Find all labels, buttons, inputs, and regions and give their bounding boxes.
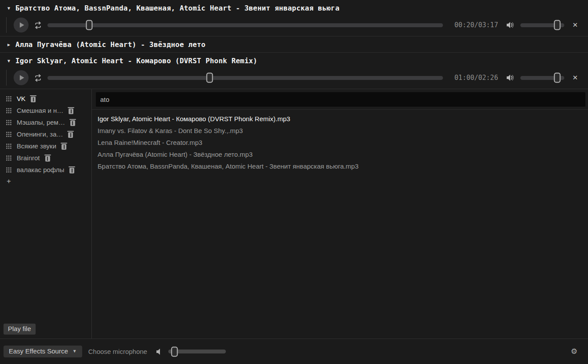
play-icon [20, 75, 24, 80]
muted-speaker-icon[interactable] [155, 348, 162, 356]
sidebar-tab-label[interactable]: Смешная и н… [17, 107, 63, 114]
sidebar-tab-label[interactable]: Опенинги, за… [17, 130, 63, 138]
chevron-down-icon: ▼ [73, 349, 77, 353]
volume-slider-handle[interactable] [554, 73, 561, 83]
add-tab-button[interactable]: + [0, 176, 91, 185]
player-2-header: ▶ Алла Пугачёва (Atomic Heart) - Звёздно… [0, 36, 588, 52]
time-display: 01:00/02:26 [454, 74, 498, 82]
volume-slider-handle[interactable] [554, 20, 561, 30]
drag-handle-icon[interactable] [6, 143, 11, 149]
bottom-bar: Easy Effects Source ▼ Choose microphone … [0, 339, 588, 364]
indent-guide [6, 70, 7, 86]
search-container [92, 89, 588, 110]
seek-slider-handle[interactable] [207, 73, 213, 83]
drag-handle-icon[interactable] [6, 108, 11, 113]
player-row-1: ▼ Братство Атома, BassnPanda, Квашеная, … [0, 0, 588, 36]
trash-icon[interactable] [70, 120, 75, 126]
file-list-item[interactable]: Igor Sklyar, Atomic Heart - Комарово (DV… [98, 113, 588, 125]
seek-slider[interactable] [47, 23, 443, 27]
output-device-label: Easy Effects Source [9, 347, 68, 355]
sidebar-tab-sounds[interactable]: Всякие звуки [0, 140, 91, 152]
trash-icon[interactable] [31, 97, 36, 102]
player-1-header: ▼ Братство Атома, BassnPanda, Квашеная, … [0, 0, 588, 16]
player-3-title: Igor Sklyar, Atomic Heart - Комарово (DV… [15, 57, 258, 65]
drag-handle-icon[interactable] [6, 96, 11, 101]
close-icon[interactable]: ✕ [571, 74, 579, 82]
repeat-icon[interactable] [34, 74, 42, 82]
choose-microphone-button[interactable]: Choose microphone [88, 348, 147, 355]
drag-handle-icon[interactable] [6, 131, 11, 137]
volume-icon[interactable] [506, 74, 515, 82]
player-2-title: Алла Пугачёва (Atomic Heart) - Звёздное … [15, 40, 206, 49]
sidebar-tab-vk[interactable]: VK [0, 93, 91, 105]
player-3-controls: 01:00/02:26 ✕ [0, 68, 588, 89]
file-list: Igor Sklyar, Atomic Heart - Комарово (DV… [92, 110, 588, 172]
file-list-item[interactable]: Братство Атома, BassnPanda, Квашеная, At… [98, 160, 588, 172]
sidebar-tab-valakas[interactable]: валакас рофлы [0, 164, 91, 176]
sidebar-tab-label[interactable]: Всякие звуки [17, 142, 56, 150]
sidebar-tab-label[interactable]: валакас рофлы [17, 166, 64, 173]
microphone-volume-handle[interactable] [171, 346, 178, 357]
drag-handle-icon[interactable] [6, 155, 11, 161]
drag-handle-icon[interactable] [6, 119, 11, 125]
repeat-icon[interactable] [34, 22, 42, 29]
file-list-item[interactable]: Imany vs. Filatov & Karas - Dont Be So S… [98, 125, 588, 137]
expand-icon[interactable]: ▶ [6, 42, 11, 47]
sidebar-tab-label[interactable]: Мэшапы, рем… [17, 119, 65, 126]
player-3-header: ▼ Igor Sklyar, Atomic Heart - Комарово (… [0, 53, 588, 68]
collapse-icon[interactable]: ▼ [6, 58, 11, 63]
sidebar-tab-brainrot[interactable]: Brainrot [0, 152, 91, 164]
play-icon [20, 22, 24, 28]
trash-icon[interactable] [69, 168, 74, 173]
close-icon[interactable]: ✕ [571, 21, 579, 29]
volume-slider[interactable] [520, 23, 564, 27]
sidebar-tab-label[interactable]: Brainrot [17, 154, 40, 162]
seek-slider-handle[interactable] [86, 20, 92, 30]
player-1-title: Братство Атома, BassnPanda, Квашеная, At… [15, 4, 339, 12]
play-file-button[interactable]: Play file [4, 324, 36, 335]
file-list-item[interactable]: Алла Пугачёва (Atomic Heart) - Звёздное … [98, 148, 588, 160]
seek-slider[interactable] [47, 76, 443, 80]
player-row-2: ▶ Алла Пугачёва (Atomic Heart) - Звёздно… [0, 36, 588, 53]
sidebar-tab-smeshnaya[interactable]: Смешная и н… [0, 105, 91, 116]
play-button[interactable] [14, 70, 29, 85]
sidebar-tab-label[interactable]: VK [17, 95, 25, 102]
volume-icon[interactable] [506, 21, 515, 29]
microphone-volume-slider[interactable] [168, 350, 226, 353]
sidebar-tab-mashups[interactable]: Мэшапы, рем… [0, 116, 91, 128]
indent-guide [6, 17, 7, 33]
collapse-icon[interactable]: ▼ [6, 6, 11, 11]
trash-icon[interactable] [69, 108, 73, 114]
file-panel: Igor Sklyar, Atomic Heart - Комарово (DV… [92, 89, 588, 339]
trash-icon[interactable] [68, 132, 73, 138]
sidebar-tab-openings[interactable]: Опенинги, за… [0, 128, 91, 140]
search-input[interactable] [96, 92, 585, 107]
time-display: 00:20/03:17 [454, 21, 498, 29]
file-list-item[interactable]: Lena Raine!Minecraft - Creator.mp3 [98, 137, 588, 148]
output-device-dropdown[interactable]: Easy Effects Source ▼ [4, 346, 82, 357]
gear-icon[interactable]: ⚙ [571, 347, 577, 356]
play-button[interactable] [14, 18, 29, 32]
content-area: VK Смешная и н… Мэшапы, рем… Опенинги, з… [0, 89, 588, 339]
drag-handle-icon[interactable] [6, 167, 11, 173]
playlist-sidebar: VK Смешная и н… Мэшапы, рем… Опенинги, з… [0, 89, 92, 339]
trash-icon[interactable] [62, 144, 66, 150]
player-row-3: ▼ Igor Sklyar, Atomic Heart - Комарово (… [0, 53, 588, 89]
player-1-controls: 00:20/03:17 ✕ [0, 16, 588, 36]
trash-icon[interactable] [45, 156, 50, 162]
volume-slider[interactable] [520, 76, 564, 80]
